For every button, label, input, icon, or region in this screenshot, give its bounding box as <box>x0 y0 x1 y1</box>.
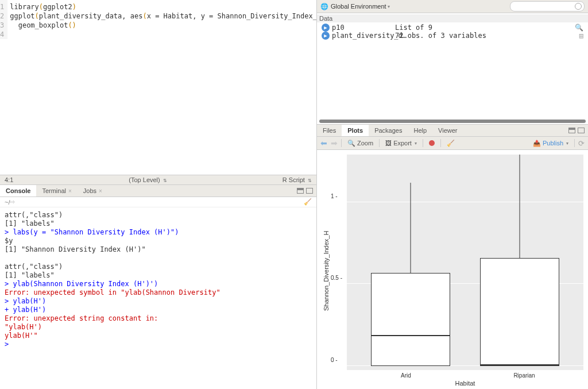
tab-packages[interactable]: Packages <box>369 125 408 136</box>
x-tick-label: Riparian <box>465 370 583 379</box>
y-axis-label: Shannon_Diversity_Index_H <box>322 155 331 387</box>
next-plot-button[interactable]: ➡ <box>331 138 338 148</box>
env-row[interactable]: ▶ p10 List of 9 🔍 <box>322 24 583 32</box>
boxplot-box-arid <box>371 273 450 365</box>
prompt: > <box>5 228 13 236</box>
plot-area: Shannon_Diversity_Index_H 0 - 0.5 - 1 - <box>317 150 588 389</box>
console-output[interactable]: attr(,"class") [1] "labels" > labs(y = "… <box>0 207 316 389</box>
tab-console[interactable]: Console <box>0 185 36 197</box>
editor-statusbar: 4:1 (Top Level) ⇅ R Script ⇅ <box>0 175 316 185</box>
remove-plot-button[interactable] <box>427 140 437 147</box>
line-num: 2 <box>0 11 4 21</box>
table-icon[interactable]: ▤ <box>579 32 583 40</box>
line-num: 1 <box>0 2 4 11</box>
plot-panel <box>347 155 583 370</box>
code-token: x = Habitat <box>147 12 192 20</box>
prompt: > <box>5 340 13 348</box>
line-num: 3 <box>0 21 4 30</box>
x-tick-label: Arid <box>347 370 465 379</box>
inspect-icon[interactable]: 🔍 <box>575 24 583 32</box>
env-var-value: 72 obs. of 3 variables <box>395 32 486 40</box>
scope-selector[interactable]: (Top Level) <box>129 176 161 183</box>
console-line: Error: unexpected symbol in "ylab(Shanno… <box>5 288 220 296</box>
console-line: ylab(H') <box>13 297 46 305</box>
tab-label: Jobs <box>83 187 96 194</box>
language-selector[interactable]: R Script <box>283 176 307 183</box>
tab-terminal[interactable]: Terminal× <box>36 185 77 197</box>
clear-plots-button[interactable]: 🧹 <box>444 139 457 148</box>
expand-icon[interactable]: ▶ <box>322 24 330 32</box>
environment-scope[interactable]: Global Environment <box>331 3 386 10</box>
median-line <box>372 335 450 336</box>
source-editor[interactable]: 1 2 3 4 library(ggplot2) ggplot(plant_di… <box>0 0 316 175</box>
tick-label: 0.5 <box>331 275 339 281</box>
x-ticks: Arid Riparian <box>347 370 583 379</box>
y-tick: 0 - <box>331 356 338 363</box>
code-area[interactable]: library(ggplot2) ggplot(plant_diversity_… <box>7 0 316 39</box>
line-num: 4 <box>0 30 4 39</box>
x-axis-label: Habitat <box>347 379 583 387</box>
code-token: ggplot <box>10 12 34 20</box>
y-tick: 0.5 - <box>331 275 342 281</box>
refresh-icon[interactable]: ⟳ <box>578 139 585 148</box>
plot-tabs: Files Plots Packages Help Viewer <box>317 124 588 137</box>
zoom-button[interactable]: 🔍 Zoom <box>345 139 376 148</box>
tab-plots[interactable]: Plots <box>342 125 369 136</box>
console-line: labs(y = "Shannon Diversity Index (H')") <box>13 228 179 236</box>
btn-label: Zoom <box>357 140 373 147</box>
env-row[interactable]: ▶ plant_diversity_d… 72 obs. of 3 variab… <box>322 32 583 40</box>
tab-files[interactable]: Files <box>317 125 342 136</box>
tab-label: Terminal <box>42 187 66 194</box>
tick-label: 0 <box>331 356 334 363</box>
code-token: plant_diversity_data <box>39 12 122 20</box>
y-ticks: 0 - 0.5 - 1 - <box>331 155 347 370</box>
tab-jobs[interactable]: Jobs× <box>78 185 108 197</box>
expand-icon[interactable]: ▶ <box>322 32 330 40</box>
console-line: [1] "labels" <box>5 271 55 279</box>
console-line: "ylab(H') <box>5 323 42 331</box>
maximize-icon[interactable] <box>578 128 585 133</box>
pane-divider[interactable] <box>319 120 586 123</box>
environment-header: 🌐 Global Environment ▾ <box>317 0 588 13</box>
code-token: geom_boxplot <box>18 21 68 29</box>
code-token: aes <box>130 12 143 20</box>
environment-panel: Data ▶ p10 List of 9 🔍 ▶ plant_diversity… <box>317 13 588 118</box>
environment-icon: 🌐 <box>320 2 328 10</box>
console-tabs: Console Terminal× Jobs× <box>0 185 316 197</box>
clear-console-icon[interactable]: 🧹 <box>304 198 312 206</box>
working-dir[interactable]: ~/ <box>5 199 10 206</box>
console-path-bar: ~/ ⇨ 🧹 <box>0 197 316 207</box>
console-line: [1] "labels" <box>5 219 55 228</box>
env-var-name: plant_diversity_d… <box>332 32 395 40</box>
boxplot-box-riparian <box>480 258 559 366</box>
tick-label: 1 <box>331 192 334 199</box>
export-button[interactable]: 🖼 Export ▾ <box>383 139 419 147</box>
console-line: attr(,"class") <box>5 211 63 219</box>
env-var-name: p10 <box>332 24 395 32</box>
maximize-icon[interactable] <box>306 188 313 194</box>
tab-help[interactable]: Help <box>408 125 432 136</box>
cursor-position: 4:1 <box>5 176 13 183</box>
console-line: ylab(H') <box>13 306 46 314</box>
console-line: ylab(H'" <box>5 332 38 340</box>
close-icon[interactable]: × <box>99 188 102 194</box>
median-line <box>481 364 559 365</box>
console-line: $y <box>5 237 13 245</box>
env-section-header: Data <box>317 14 588 22</box>
console-line: attr(,"class") <box>5 263 63 271</box>
env-var-value: List of 9 <box>395 24 432 32</box>
prev-plot-button[interactable]: ⬅ <box>320 138 327 148</box>
prompt: > <box>5 280 13 288</box>
publish-button[interactable]: 📤 Publish ▾ <box>531 139 571 148</box>
code-token: library <box>10 3 39 11</box>
btn-label: Export <box>393 140 412 147</box>
tab-viewer[interactable]: Viewer <box>432 125 463 136</box>
minimize-icon[interactable] <box>297 188 304 194</box>
prompt: + <box>5 306 13 314</box>
minimize-icon[interactable] <box>568 128 575 133</box>
console-line: [1] "Shannon Diversity Index (H')" <box>5 245 146 253</box>
search-input[interactable] <box>510 1 585 11</box>
console-line: ylab(Shannon Diversity Index (H')') <box>13 280 158 288</box>
close-icon[interactable]: × <box>68 188 72 194</box>
line-gutter: 1 2 3 4 <box>0 0 7 39</box>
